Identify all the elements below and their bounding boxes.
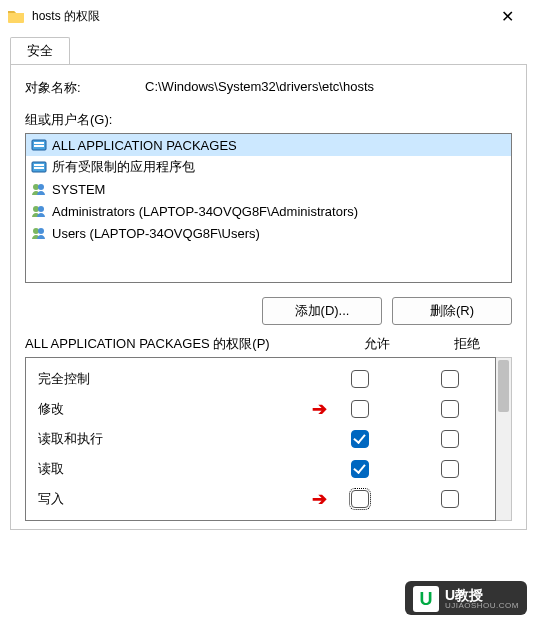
permission-label: 修改 [26, 400, 315, 418]
groups-listbox[interactable]: ALL APPLICATION PACKAGES所有受限制的应用程序包SYSTE… [25, 133, 512, 283]
group-icon [30, 159, 48, 175]
permissions-scrollbar[interactable] [496, 357, 512, 521]
list-item-label: Administrators (LAPTOP-34OVQG8F\Administ… [52, 204, 358, 219]
arrow-icon: ➔ [312, 400, 327, 418]
svg-point-11 [38, 228, 44, 234]
permissions-area: 完全控制修改➔读取和执行读取写入➔ [25, 357, 512, 521]
list-item-label: SYSTEM [52, 182, 105, 197]
remove-button[interactable]: 删除(R) [392, 297, 512, 325]
allow-checkbox[interactable] [351, 370, 369, 388]
permissions-table: 完全控制修改➔读取和执行读取写入➔ [25, 357, 496, 521]
permission-label: 读取 [26, 460, 315, 478]
list-item-label: Users (LAPTOP-34OVQG8F\Users) [52, 226, 260, 241]
svg-rect-2 [34, 145, 44, 147]
title-bar: hosts 的权限 ✕ [0, 0, 537, 32]
watermark-en: UJIAOSHOU.COM [445, 602, 519, 610]
svg-rect-4 [34, 164, 44, 166]
permissions-title: ALL APPLICATION PACKAGES 的权限(P) [25, 335, 332, 353]
deny-col-header: 拒绝 [422, 335, 512, 353]
close-button[interactable]: ✕ [485, 1, 529, 31]
object-path: C:\Windows\System32\drivers\etc\hosts [145, 79, 512, 97]
permission-label: 完全控制 [26, 370, 315, 388]
svg-rect-1 [34, 142, 44, 144]
allow-checkbox[interactable] [351, 490, 369, 508]
allow-checkbox[interactable] [351, 400, 369, 418]
group-icon [30, 137, 48, 153]
scrollbar-thumb[interactable] [498, 360, 509, 412]
groups-label: 组或用户名(G): [25, 111, 512, 129]
permissions-header: ALL APPLICATION PACKAGES 的权限(P) 允许 拒绝 [25, 335, 512, 353]
watermark-u-icon: U [413, 586, 439, 612]
users-icon [30, 225, 48, 241]
object-label: 对象名称: [25, 79, 145, 97]
table-row: 读取 [26, 454, 495, 484]
svg-point-7 [38, 184, 44, 190]
tab-body: 对象名称: C:\Windows\System32\drivers\etc\ho… [10, 64, 527, 530]
folder-icon [8, 9, 24, 23]
tab-bar: 安全 [0, 32, 537, 64]
deny-checkbox[interactable] [441, 490, 459, 508]
users-icon [30, 203, 48, 219]
deny-checkbox[interactable] [441, 370, 459, 388]
table-row: 完全控制 [26, 364, 495, 394]
allow-checkbox[interactable] [351, 430, 369, 448]
object-row: 对象名称: C:\Windows\System32\drivers\etc\ho… [25, 79, 512, 97]
list-item[interactable]: Administrators (LAPTOP-34OVQG8F\Administ… [26, 200, 511, 222]
list-item[interactable]: SYSTEM [26, 178, 511, 200]
tab-security[interactable]: 安全 [10, 37, 70, 64]
allow-checkbox[interactable] [351, 460, 369, 478]
list-item[interactable]: 所有受限制的应用程序包 [26, 156, 511, 178]
table-row: 读取和执行 [26, 424, 495, 454]
list-item-label: 所有受限制的应用程序包 [52, 158, 195, 176]
svg-point-9 [38, 206, 44, 212]
deny-checkbox[interactable] [441, 400, 459, 418]
deny-checkbox[interactable] [441, 460, 459, 478]
window-title: hosts 的权限 [32, 8, 485, 25]
list-item[interactable]: ALL APPLICATION PACKAGES [26, 134, 511, 156]
table-row: 写入➔ [26, 484, 495, 514]
list-item[interactable]: Users (LAPTOP-34OVQG8F\Users) [26, 222, 511, 244]
svg-rect-5 [34, 167, 44, 169]
watermark: U U教授 UJIAOSHOU.COM [405, 581, 527, 615]
arrow-icon: ➔ [312, 490, 327, 508]
watermark-text: U教授 UJIAOSHOU.COM [445, 588, 519, 610]
add-button[interactable]: 添加(D)... [262, 297, 382, 325]
list-item-label: ALL APPLICATION PACKAGES [52, 138, 237, 153]
table-row: 修改➔ [26, 394, 495, 424]
watermark-cn: U教授 [445, 588, 519, 602]
users-icon [30, 181, 48, 197]
deny-checkbox[interactable] [441, 430, 459, 448]
button-row: 添加(D)... 删除(R) [25, 297, 512, 325]
permission-label: 读取和执行 [26, 430, 315, 448]
permission-label: 写入 [26, 490, 315, 508]
watermark-badge: U U教授 UJIAOSHOU.COM [405, 581, 527, 615]
allow-col-header: 允许 [332, 335, 422, 353]
